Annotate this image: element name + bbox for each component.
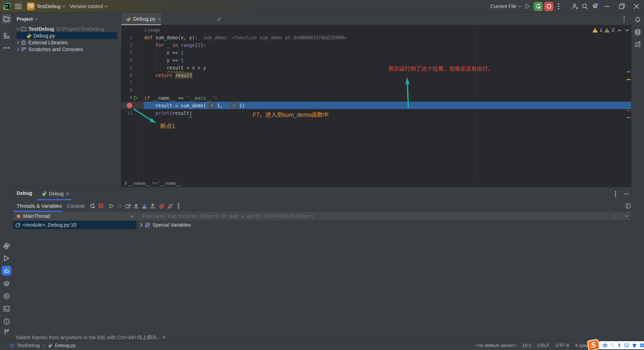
prev-problem-icon[interactable] <box>618 29 621 31</box>
step-over-button[interactable] <box>124 202 132 210</box>
editor-tab-debug-py[interactable]: Debug.py <box>121 13 161 25</box>
more-actions-button[interactable] <box>558 0 559 13</box>
debug-tool-button[interactable] <box>2 266 11 275</box>
line-number[interactable]: 3 <box>121 49 132 56</box>
rerun-debugger-button[interactable] <box>89 202 97 210</box>
line-number[interactable]: 7 <box>121 79 132 87</box>
step-into-my-code-button[interactable] <box>140 202 148 210</box>
breadcrumbs-bar[interactable]: if __name__ == '__main__' <box>121 179 631 187</box>
python-packages-tool-button[interactable] <box>2 241 11 251</box>
project-scrollbar-thumb[interactable] <box>120 25 121 44</box>
session-tab-close-icon[interactable] <box>66 192 69 195</box>
services-tool-button[interactable] <box>2 279 11 288</box>
usage-inlay-hint[interactable]: 1 usage <box>144 27 160 33</box>
stack-frame-row[interactable]: <module>, Debug.py:10 <box>13 221 136 229</box>
stripe-mark-weak-warning-2[interactable] <box>627 117 630 118</box>
notifications-button[interactable] <box>633 15 642 24</box>
minimize-button[interactable] <box>604 0 610 13</box>
project-tool-button[interactable] <box>2 14 11 24</box>
line-number[interactable]: 4 <box>121 56 132 64</box>
rerun-debug-button[interactable] <box>534 0 543 13</box>
code-editor[interactable]: 1 usage 12345678911 def sum_demo(x, y):s… <box>121 25 631 179</box>
breakpoint-dot[interactable] <box>127 103 132 108</box>
tree-expand-chevron[interactable] <box>15 48 21 51</box>
line-number[interactable]: 1 <box>121 34 132 41</box>
sogou-punct-icon[interactable]: °, <box>611 343 614 348</box>
status-caret-position[interactable]: 10:1 <box>522 343 532 348</box>
debug-session-tab[interactable]: Debug <box>37 187 74 200</box>
more-tools-button[interactable] <box>2 43 11 53</box>
line-number[interactable]: 8 <box>121 87 132 94</box>
expand-chevron-icon[interactable] <box>140 223 143 227</box>
restore-button[interactable] <box>619 0 625 13</box>
run-tool-button[interactable] <box>2 254 11 263</box>
status-breadcrumb-file[interactable]: Debug.py <box>55 343 75 348</box>
tree-item-debug-py[interactable]: Debug.py <box>26 32 55 39</box>
ai-assistant-tool-button[interactable] <box>633 40 642 49</box>
tab-console[interactable]: Console <box>67 200 85 212</box>
sogou-logo[interactable]: S <box>587 339 600 350</box>
resume-button[interactable] <box>107 202 115 210</box>
debug-toolbar-more-button[interactable] <box>175 202 183 210</box>
stop-button[interactable] <box>544 0 553 13</box>
inspections-widget[interactable]: 1 2 <box>592 27 629 34</box>
status-indent[interactable]: 4 spac <box>575 343 589 348</box>
database-tool-button[interactable] <box>633 27 642 37</box>
stripe-mark-warning[interactable] <box>627 79 630 80</box>
mute-breakpoints-button[interactable] <box>166 202 174 210</box>
settings-button[interactable] <box>592 0 599 13</box>
main-menu-button[interactable] <box>15 0 22 13</box>
line-number[interactable]: 11 <box>121 109 132 117</box>
tab-options-button[interactable] <box>623 16 625 22</box>
code-with-me-button[interactable] <box>572 0 579 13</box>
step-out-button[interactable] <box>149 202 157 210</box>
project-panel-header[interactable]: Project <box>17 16 38 23</box>
tree-item-scratches[interactable]: Scratches and Consoles <box>15 46 83 53</box>
problems-tool-button[interactable] <box>2 317 11 326</box>
sogou-keyboard-icon[interactable] <box>624 343 629 347</box>
sogou-toolbox-icon[interactable] <box>640 343 644 347</box>
hint-close-icon[interactable] <box>162 335 166 339</box>
close-button[interactable] <box>633 0 640 13</box>
pycharm-logo-icon[interactable]: PC <box>3 0 11 13</box>
next-problem-icon[interactable] <box>625 29 629 31</box>
status-line-ending[interactable]: CRLF <box>537 343 550 348</box>
tree-item-external-libraries[interactable]: External Libraries <box>15 39 68 46</box>
layout-settings-button[interactable] <box>624 202 632 210</box>
stripe-mark-weak-warning[interactable] <box>627 71 630 72</box>
add-watch-icon[interactable] <box>612 214 618 219</box>
terminal-tool-button[interactable] <box>2 304 11 313</box>
sogou-mic-icon[interactable] <box>618 343 621 348</box>
project-widget[interactable]: TD TestDebug <box>27 0 65 13</box>
vcs-widget[interactable]: Version control <box>70 0 108 13</box>
line-number[interactable]: 5 <box>121 64 132 72</box>
stripe-mark-breakpoint[interactable] <box>627 110 630 111</box>
search-everywhere-button[interactable] <box>582 0 588 13</box>
status-server[interactable]: <no default server> <box>475 343 516 348</box>
line-number[interactable]: 6 <box>121 72 132 79</box>
line-number[interactable]: 2 <box>121 41 132 49</box>
tree-expand-chevron[interactable] <box>15 41 21 44</box>
view-breakpoints-button[interactable] <box>158 202 166 210</box>
stop-debugger-button[interactable] <box>97 202 105 210</box>
run-anything-tool-button[interactable] <box>2 291 11 301</box>
line-number[interactable]: 9 <box>121 94 132 102</box>
thread-selector[interactable]: MainThread <box>13 212 136 221</box>
structure-tool-button[interactable] <box>2 31 11 41</box>
expand-evaluate-icon[interactable] <box>625 215 628 217</box>
run-button[interactable] <box>525 0 531 13</box>
tree-expand-chevron[interactable] <box>15 28 21 30</box>
tab-close-icon[interactable] <box>158 17 161 21</box>
sogou-skin-icon[interactable] <box>632 343 637 347</box>
status-encoding[interactable]: UTF-8 <box>555 343 569 348</box>
tab-threads-variables[interactable]: Threads & Variables <box>17 200 62 212</box>
vcs-tool-button[interactable] <box>2 327 11 337</box>
debug-options-button[interactable] <box>615 191 616 197</box>
tree-item-project-root[interactable]: TestDebug D:\Project\TestDebug <box>15 25 104 32</box>
pause-button[interactable] <box>115 202 124 210</box>
step-into-button[interactable] <box>132 202 140 210</box>
breadcrumb-item[interactable]: if __name__ == '__main__' <box>125 181 182 186</box>
run-line-icon[interactable] <box>134 95 138 100</box>
run-config-selector[interactable]: Current File <box>490 0 521 13</box>
evaluate-expression-input[interactable]: Evaluate expression (Enter) or add a wat… <box>137 212 631 221</box>
